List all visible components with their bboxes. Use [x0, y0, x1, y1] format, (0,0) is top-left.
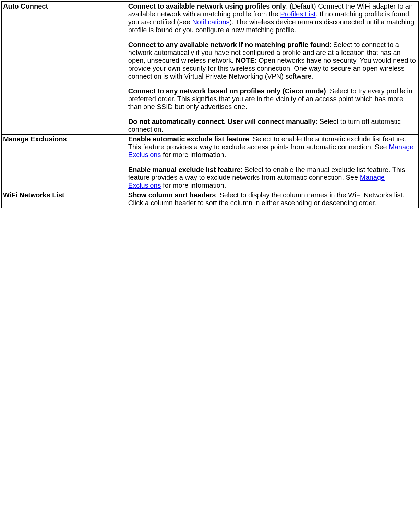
setting-name: Manage Exclusions [2, 135, 127, 190]
setting-description: Connect to available network using profi… [127, 2, 418, 135]
option-title: Show column sort headers [128, 191, 216, 199]
setting-name: WiFi Networks List [2, 190, 127, 208]
paragraph: Connect to available network using profi… [128, 2, 417, 34]
text: for more information. [161, 151, 226, 159]
option-title: Connect to available network using profi… [128, 2, 286, 10]
option-title: Connect to any network based on profiles… [128, 87, 326, 95]
paragraph: Show column sort headers: Select to disp… [128, 191, 417, 207]
paragraph: Connect to any available network if no m… [128, 41, 417, 80]
paragraph: Enable manual exclude list feature: Sele… [128, 166, 417, 189]
paragraph: Do not automatically connect. User will … [128, 118, 417, 134]
table-row: WiFi Networks List Show column sort head… [2, 190, 419, 208]
notifications-link[interactable]: Notifications [192, 18, 230, 26]
option-title: Connect to any available network if no m… [128, 41, 329, 48]
setting-description: Show column sort headers: Select to disp… [127, 190, 418, 208]
option-title: Enable manual exclude list feature [128, 166, 241, 173]
option-title: Enable automatic exclude list feature [128, 135, 249, 143]
table-row: Auto Connect Connect to available networ… [2, 2, 419, 135]
paragraph: Connect to any network based on profiles… [128, 87, 417, 111]
paragraph: Enable automatic exclude list feature: S… [128, 135, 417, 159]
text: for more information. [161, 182, 226, 189]
note-label: NOTE [236, 57, 255, 64]
profiles-list-link[interactable]: Profiles List [280, 10, 315, 18]
table-row: Manage Exclusions Enable automatic exclu… [2, 135, 419, 190]
setting-name: Auto Connect [2, 2, 127, 135]
settings-table: Auto Connect Connect to available networ… [1, 1, 419, 208]
setting-description: Enable automatic exclude list feature: S… [127, 135, 418, 190]
option-title: Do not automatically connect. User will … [128, 118, 316, 125]
